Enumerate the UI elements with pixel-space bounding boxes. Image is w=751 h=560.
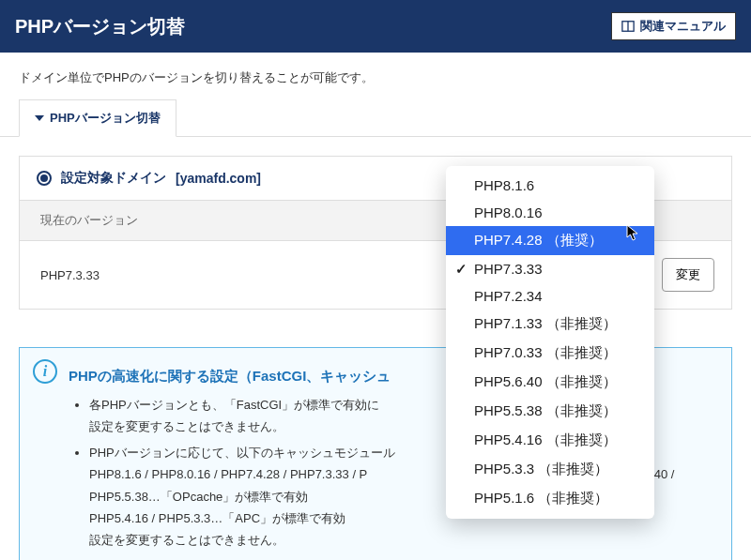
version-dropdown-menu[interactable]: PHP8.1.6PHP8.0.16PHP7.4.28 （推奨）PHP7.3.33… (446, 166, 654, 519)
radio-icon (37, 171, 52, 186)
version-row: PHP7.3.33 変更 PHP8.1.6PHP8.0.16PHP7.4.28 … (19, 241, 732, 310)
book-icon (621, 20, 635, 33)
cursor-icon (626, 224, 639, 244)
dropdown-option[interactable]: PHP5.5.38 （非推奨） (446, 397, 654, 426)
dropdown-option[interactable]: PHP8.1.6 (446, 172, 654, 199)
page-header: PHPバージョン切替 関連マニュアル (0, 0, 751, 53)
dropdown-option[interactable]: PHP7.3.33 (446, 255, 654, 282)
manual-button-label: 関連マニュアル (640, 18, 726, 35)
tab-strip: PHPバージョン切替 (0, 99, 751, 137)
related-manual-button[interactable]: 関連マニュアル (611, 12, 736, 40)
dropdown-option[interactable]: PHP5.6.40 （非推奨） (446, 368, 654, 397)
domain-value: [yamafd.com] (176, 171, 261, 186)
current-version-value: PHP7.3.33 (40, 268, 100, 282)
dropdown-option[interactable]: PHP5.1.6 （非推奨） (446, 484, 654, 513)
info-icon: i (33, 359, 57, 384)
change-button[interactable]: 変更 (662, 258, 714, 292)
intro-text: ドメイン単位でPHPのバージョンを切り替えることが可能です。 (0, 53, 751, 99)
page-title: PHPバージョン切替 (15, 14, 185, 39)
tab-label: PHPバージョン切替 (50, 110, 161, 127)
dropdown-option[interactable]: PHP7.0.33 （非推奨） (446, 339, 654, 368)
dropdown-option[interactable]: PHP7.2.34 (446, 282, 654, 310)
dropdown-option[interactable]: PHP5.3.3 （非推奨） (446, 455, 654, 484)
chevron-down-icon (35, 115, 44, 121)
dropdown-option[interactable]: PHP7.4.28 （推奨） (446, 226, 654, 255)
panel: 設定対象ドメイン[yamafd.com] 現在のバージョン PHP7.3.33 … (0, 137, 751, 328)
dropdown-option[interactable]: PHP5.4.16 （非推奨） (446, 426, 654, 455)
dropdown-option[interactable]: PHP7.1.33 （非推奨） (446, 310, 654, 339)
tab-php-version-switch[interactable]: PHPバージョン切替 (19, 99, 176, 137)
dropdown-option[interactable]: PHP8.0.16 (446, 199, 654, 226)
domain-label-prefix: 設定対象ドメイン (61, 170, 166, 187)
